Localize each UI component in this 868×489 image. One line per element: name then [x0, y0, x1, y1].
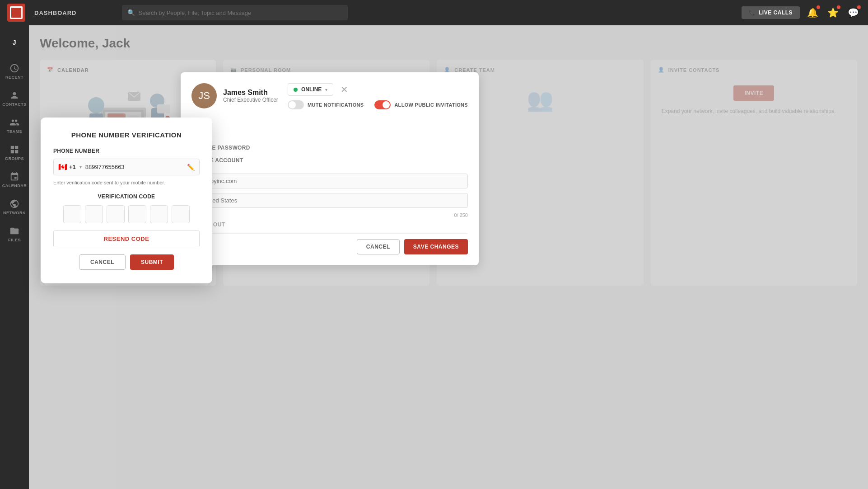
country-code: +1	[69, 164, 76, 170]
sidebar-item-network[interactable]: NETWORK	[0, 193, 29, 221]
search-bar[interactable]: 🔍	[122, 5, 348, 20]
nav-delete-account[interactable]: DELETE ACCOUNT	[191, 155, 468, 166]
profile-cancel-button[interactable]: CANCEL	[357, 239, 400, 254]
topbar: DASHBOARD 🔍 📞 LIVE CALLS 🔔 ⭐ 💬	[0, 0, 868, 25]
profile-left: JS James Smith Chief Executive Officer	[191, 83, 278, 108]
mute-toggle-knob	[289, 101, 296, 108]
grid-icon	[9, 145, 19, 155]
sidebar-avatar-item[interactable]: J	[0, 29, 29, 58]
modal-title: PHONE NUMBER VERIFICATION	[53, 131, 200, 139]
country-flag: 🇨🇦	[58, 163, 67, 171]
search-icon: 🔍	[127, 9, 135, 16]
dashboard-label: DASHBOARD	[34, 9, 77, 16]
nav-change-password[interactable]: CHANGE PASSWORD	[191, 142, 468, 154]
profile-name: James Smith	[223, 89, 278, 97]
phone-label: PHONE NUMBER	[53, 148, 200, 154]
sidebar-item-recent[interactable]: RECENT	[0, 58, 29, 85]
phone-hint: Enter verification code sent to your mob…	[53, 180, 200, 185]
allow-label: ALLOW PUBLIC INVITATIONS	[394, 102, 468, 108]
char-count: 0/ 250	[191, 212, 468, 218]
code-digit-1[interactable]	[63, 205, 81, 223]
sidebar-label-groups: GROUPS	[5, 156, 24, 161]
code-digit-6[interactable]	[172, 205, 190, 223]
chevron-small-icon: ▾	[79, 165, 82, 169]
group-icon	[9, 118, 19, 127]
profile-email-input[interactable]	[191, 174, 468, 188]
globe-icon	[9, 199, 19, 209]
resend-code-button[interactable]: RESEND CODE	[53, 230, 200, 247]
mute-label: MUTE NOTIFICATIONS	[308, 102, 364, 108]
modal-submit-button[interactable]: SUBMIT	[130, 254, 174, 270]
logo[interactable]	[7, 4, 25, 22]
profile-top: JS James Smith Chief Executive Officer O…	[191, 83, 468, 109]
avatar: J	[6, 34, 23, 51]
live-calls-button[interactable]: 📞 LIVE CALLS	[742, 6, 800, 19]
profile-email-row	[191, 174, 468, 188]
profile-save-button[interactable]: SAVE CHANGES	[404, 239, 468, 254]
edit-phone-icon[interactable]: ✏️	[187, 164, 195, 171]
sidebar-label-recent: RECENT	[5, 75, 23, 80]
calendar-icon	[9, 172, 19, 182]
phone-icon: 📞	[749, 9, 756, 16]
allow-toggle[interactable]	[374, 100, 391, 109]
status-dot	[294, 88, 298, 92]
modal-cancel-button[interactable]: CANCEL	[79, 254, 126, 270]
code-digit-5[interactable]	[150, 205, 168, 223]
messages-badge	[857, 5, 861, 9]
profile-panel: JS James Smith Chief Executive Officer O…	[181, 72, 479, 265]
profile-job-title: Chief Executive Officer	[223, 97, 278, 103]
clock-icon	[9, 63, 19, 73]
sidebar-label-teams: TEAMS	[7, 129, 22, 134]
profile-controls: ONLINE ▾ ✕ MUTE NOTIFICATIONS ALLOW PUBL…	[288, 83, 468, 109]
nav-about[interactable]: ABOUT	[191, 117, 468, 128]
phone-number-display: 889977655663	[85, 164, 187, 170]
messages-button[interactable]: 💬	[846, 5, 861, 20]
sidebar-item-contacts[interactable]: CONTACTS	[0, 85, 29, 112]
nav-work[interactable]: WORK	[191, 129, 468, 141]
close-button[interactable]: ✕	[341, 85, 348, 94]
sidebar-item-calendar[interactable]: CALENDAR	[0, 166, 29, 193]
allow-invitations-item: ALLOW PUBLIC INVITATIONS	[374, 100, 468, 109]
verification-label: VERIFICATION CODE	[53, 193, 200, 200]
phone-input-row: 🇨🇦 +1 ▾ 889977655663 ✏️	[53, 159, 200, 175]
status-dropdown[interactable]: ONLINE ▾	[288, 83, 333, 96]
mute-notifications-item: MUTE NOTIFICATIONS	[288, 100, 364, 109]
topbar-right: 📞 LIVE CALLS 🔔 ⭐ 💬	[742, 5, 861, 20]
code-digit-4[interactable]	[128, 205, 146, 223]
profile-nav: ABOUT WORK CHANGE PASSWORD DELETE ACCOUN…	[191, 117, 468, 166]
profile-info: James Smith Chief Executive Officer	[223, 89, 278, 103]
sidebar: J RECENT CONTACTS TEAMS GROUPS CALENDAR …	[0, 25, 29, 489]
sidebar-label-contacts: CONTACTS	[2, 102, 26, 107]
sidebar-label-files: FILES	[8, 238, 21, 242]
sidebar-label-network: NETWORK	[3, 211, 26, 215]
code-digit-2[interactable]	[85, 205, 103, 223]
mute-toggle[interactable]	[288, 100, 304, 109]
favorites-badge	[837, 5, 840, 9]
sidebar-item-teams[interactable]: TEAMS	[0, 112, 29, 139]
profile-footer: CANCEL SAVE CHANGES	[191, 233, 468, 254]
chevron-down-icon: ▾	[325, 87, 327, 92]
search-input[interactable]	[139, 9, 342, 16]
profile-location-row	[191, 193, 468, 208]
notifications-badge	[817, 5, 820, 9]
sidebar-label-calendar: CALENDAR	[2, 183, 27, 188]
code-inputs	[53, 205, 200, 223]
sidebar-item-files[interactable]: FILES	[0, 221, 29, 248]
folder-icon	[9, 226, 19, 236]
notifications-button[interactable]: 🔔	[805, 5, 820, 20]
favorites-button[interactable]: ⭐	[826, 5, 840, 20]
notifications-row: MUTE NOTIFICATIONS ALLOW PUBLIC INVITATI…	[288, 100, 468, 109]
sidebar-item-groups[interactable]: GROUPS	[0, 139, 29, 166]
allow-toggle-knob	[383, 101, 390, 108]
code-digit-3[interactable]	[107, 205, 125, 223]
phone-verification-modal: PHONE NUMBER VERIFICATION PHONE NUMBER 🇨…	[41, 118, 212, 283]
person-icon	[9, 90, 19, 100]
logout-row[interactable]: ↩ LOG OUT	[191, 221, 468, 228]
modal-footer: CANCEL SUBMIT	[53, 254, 200, 270]
profile-location-input[interactable]	[191, 193, 468, 208]
status-text: ONLINE	[301, 86, 322, 93]
profile-avatar: JS	[191, 83, 217, 108]
